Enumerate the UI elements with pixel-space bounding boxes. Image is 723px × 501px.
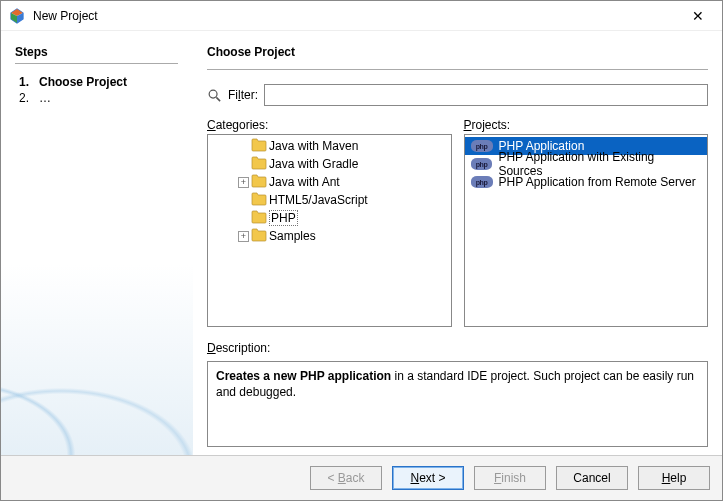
description-label: Description: bbox=[207, 341, 708, 355]
step-item-1: 1. Choose Project bbox=[15, 74, 178, 90]
project-item[interactable]: phpPHP Application from Remote Server bbox=[465, 173, 708, 191]
tree-spacer bbox=[238, 213, 249, 224]
category-label: Java with Maven bbox=[269, 139, 358, 153]
panels: Categories: Java with Maven Java with Gr… bbox=[207, 118, 708, 327]
step-label: … bbox=[39, 91, 51, 105]
search-icon bbox=[207, 88, 222, 103]
category-item[interactable]: Java with Maven bbox=[208, 137, 451, 155]
tree-spacer bbox=[238, 195, 249, 206]
categories-tree[interactable]: Java with Maven Java with Gradle +Java w… bbox=[207, 134, 452, 327]
filter-input[interactable] bbox=[264, 84, 708, 106]
help-button[interactable]: Help bbox=[638, 466, 710, 490]
content-panel: Choose Project Filter: Categories: Java … bbox=[193, 31, 722, 455]
close-button[interactable]: ✕ bbox=[682, 8, 714, 24]
footer: < Back Next > Finish Cancel Help bbox=[1, 455, 722, 500]
titlebar: New Project ✕ bbox=[1, 1, 722, 31]
description-box: Creates a new PHP application in a stand… bbox=[207, 361, 708, 447]
category-item[interactable]: +Java with Ant bbox=[208, 173, 451, 191]
cancel-button[interactable]: Cancel bbox=[556, 466, 628, 490]
category-item[interactable]: HTML5/JavaScript bbox=[208, 191, 451, 209]
step-item-2: 2. … bbox=[15, 90, 178, 106]
steps-header: Steps bbox=[15, 45, 178, 59]
tree-spacer bbox=[238, 159, 249, 170]
category-label: Java with Gradle bbox=[269, 157, 358, 171]
steps-sidebar: Steps 1. Choose Project 2. … bbox=[1, 31, 193, 455]
tree-spacer bbox=[238, 141, 249, 152]
expand-icon[interactable]: + bbox=[238, 177, 249, 188]
php-icon: php bbox=[471, 140, 493, 152]
description-strong: Creates a new PHP application bbox=[216, 369, 391, 383]
category-label: Samples bbox=[269, 229, 316, 243]
filter-row: Filter: bbox=[207, 84, 708, 106]
category-label: Java with Ant bbox=[269, 175, 340, 189]
project-label: PHP Application from Remote Server bbox=[499, 175, 696, 189]
folder-icon bbox=[251, 138, 267, 155]
projects-list[interactable]: phpPHP ApplicationphpPHP Application wit… bbox=[464, 134, 709, 327]
projects-label: Projects: bbox=[464, 118, 709, 132]
step-label: Choose Project bbox=[39, 75, 127, 89]
folder-icon bbox=[251, 228, 267, 245]
app-icon bbox=[9, 8, 25, 24]
php-icon: php bbox=[471, 158, 493, 170]
back-button: < Back bbox=[310, 466, 382, 490]
window-title: New Project bbox=[33, 9, 682, 23]
category-label: HTML5/JavaScript bbox=[269, 193, 368, 207]
categories-column: Categories: Java with Maven Java with Gr… bbox=[207, 118, 452, 327]
expand-icon[interactable]: + bbox=[238, 231, 249, 242]
project-label: PHP Application with Existing Sources bbox=[498, 150, 701, 178]
projects-column: Projects: phpPHP ApplicationphpPHP Appli… bbox=[464, 118, 709, 327]
finish-button: Finish bbox=[474, 466, 546, 490]
main: Steps 1. Choose Project 2. … Choose Proj… bbox=[1, 31, 722, 455]
category-item[interactable]: Java with Gradle bbox=[208, 155, 451, 173]
category-item[interactable]: +Samples bbox=[208, 227, 451, 245]
filter-label: Filter: bbox=[228, 88, 258, 102]
category-item[interactable]: PHP bbox=[208, 209, 451, 227]
folder-icon bbox=[251, 156, 267, 173]
folder-icon bbox=[251, 174, 267, 191]
folder-icon bbox=[251, 192, 267, 209]
folder-icon bbox=[251, 210, 267, 227]
content-header: Choose Project bbox=[207, 45, 708, 59]
svg-point-4 bbox=[209, 90, 217, 98]
php-icon: php bbox=[471, 176, 493, 188]
next-button[interactable]: Next > bbox=[392, 466, 464, 490]
category-label: PHP bbox=[269, 210, 298, 226]
step-number: 2. bbox=[15, 91, 29, 105]
steps-divider bbox=[15, 63, 178, 64]
content-divider bbox=[207, 69, 708, 70]
categories-label: Categories: bbox=[207, 118, 452, 132]
step-number: 1. bbox=[15, 75, 29, 89]
svg-line-5 bbox=[216, 97, 220, 101]
project-item[interactable]: phpPHP Application with Existing Sources bbox=[465, 155, 708, 173]
